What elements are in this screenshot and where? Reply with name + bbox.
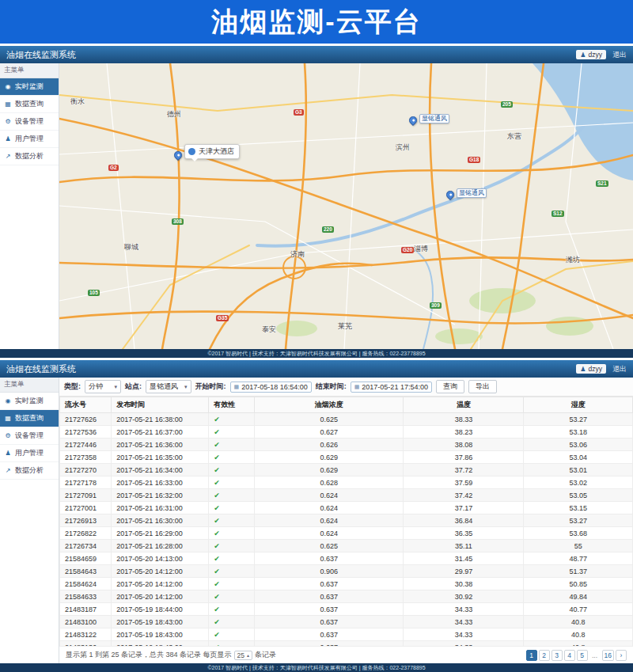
cell-concentration: 0.624	[255, 502, 404, 514]
cell-concentration: 0.637	[255, 590, 404, 603]
sidebar-item-device[interactable]: ⚙设备管理	[0, 427, 59, 445]
cell-concentration: 0.625	[255, 540, 404, 552]
check-icon: ✔	[214, 504, 220, 512]
table-row[interactable]: 215846332017-05-20 14:12:00✔0.63730.9249…	[60, 590, 633, 603]
table-row[interactable]: 217271782017-05-21 16:33:00✔0.62837.5953…	[60, 476, 633, 489]
map-tooltip[interactable]: 天津大酒店	[184, 144, 240, 159]
hotel-icon	[188, 148, 195, 155]
road-badge: 205	[501, 101, 513, 108]
cell-valid: ✔	[209, 590, 255, 603]
table-row[interactable]: 217270012017-05-21 16:31:00✔0.62437.1753…	[60, 502, 633, 514]
menu-header: 主菜单	[0, 63, 59, 78]
page-button-5[interactable]: 5	[577, 650, 588, 661]
type-select-value: 分钟	[89, 382, 103, 392]
table-row[interactable]: 214831872017-05-19 18:44:00✔0.63734.3340…	[60, 603, 633, 616]
cell-temperature: 29.97	[404, 565, 524, 578]
sidebar-item-user[interactable]: ♟用户管理	[0, 131, 59, 148]
header-right: ♟ dzyy 退出	[576, 364, 627, 374]
map-marker-icon[interactable]	[407, 115, 419, 126]
cell-valid: ✔	[209, 628, 255, 641]
realtime-icon: ◉	[4, 397, 12, 404]
table-row[interactable]: 217273582017-05-21 16:35:00✔0.62937.8653…	[60, 451, 633, 464]
query-button[interactable]: 查询	[436, 380, 464, 393]
body-row: 主菜单 ◉实时监测▦数据查询⚙设备管理♟用户管理↗数据分析 类型: 分钟 ▾ 站…	[0, 378, 633, 663]
station-select[interactable]: 显铭通风 ▾	[146, 380, 191, 393]
sidebar-item-analysis[interactable]: ↗数据分析	[0, 462, 59, 480]
table-row[interactable]: 217276262017-05-21 16:38:00✔0.62538.3353…	[60, 413, 633, 426]
page-button-3[interactable]: 3	[552, 650, 563, 661]
cell-concentration: 0.637	[255, 578, 404, 590]
end-time-value: 2017-05-21 17:54:00	[362, 383, 428, 391]
road-badge: G2	[108, 165, 119, 171]
cell-valid: ✔	[209, 426, 255, 439]
copyright-footer: ©2017 智易时代 | 技术支持：天津智易时代科技发展有限公司 | 服务热线：…	[0, 663, 633, 672]
sidebar-item-analysis[interactable]: ↗数据分析	[0, 148, 59, 165]
logout-link[interactable]: 退出	[612, 50, 627, 60]
cell-serial: 21584624	[60, 578, 112, 590]
user-chip[interactable]: ♟ dzyy	[576, 364, 606, 374]
user-chip[interactable]: ♟ dzyy	[576, 50, 606, 59]
map-marker-icon[interactable]	[445, 189, 456, 200]
sidebar-item-query[interactable]: ▦数据查询	[0, 410, 59, 427]
user-icon: ♟	[580, 366, 586, 373]
sidebar-item-query[interactable]: ▦数据查询	[0, 96, 59, 113]
export-button[interactable]: 导出	[468, 380, 497, 393]
end-time-input[interactable]: ▦ 2017-05-21 17:54:00	[351, 382, 432, 393]
table-row[interactable]: 215846432017-05-20 14:12:00✔0.90629.9751…	[60, 565, 633, 578]
table-row[interactable]: 214831222017-05-19 18:43:00✔0.63734.3340…	[60, 628, 633, 641]
menu-header: 主菜单	[0, 378, 59, 393]
map-canvas[interactable]: 衡水德州滨州东营济南淄博潍坊聊城泰安莱芜G2G3G18G20G352053082…	[59, 63, 633, 349]
page-size-select[interactable]: 25 ▴	[234, 651, 252, 660]
app-title: 油烟在线监测系统	[6, 49, 76, 61]
cell-concentration: 0.906	[255, 565, 404, 578]
cell-humidity: 51.37	[524, 565, 633, 578]
road-badge: 105	[88, 290, 100, 296]
logout-link[interactable]: 退出	[612, 364, 627, 374]
table-row[interactable]: 214831002017-05-19 18:43:00✔0.63734.3340…	[60, 616, 633, 628]
sidebar-item-label: 设备管理	[15, 431, 44, 441]
map-view-screenshot: 油烟在线监测系统 ♟ dzyy 退出 主菜单 ◉实时监测▦数据查询⚙设备管理♟用…	[0, 46, 633, 358]
table-row[interactable]: 217270912017-05-21 16:32:00✔0.62437.4253…	[60, 489, 633, 502]
calendar-icon: ▦	[354, 384, 360, 390]
table-row[interactable]: 217275362017-05-21 16:37:00✔0.62738.2353…	[60, 426, 633, 439]
marker-label: 显铭通风	[419, 114, 449, 123]
query-icon: ▦	[4, 101, 12, 108]
start-time-input[interactable]: ▦ 2017-05-18 16:54:00	[230, 382, 312, 393]
page-button-2[interactable]: 2	[539, 650, 550, 661]
city-label: 泰安	[262, 325, 276, 335]
type-select[interactable]: 分钟 ▾	[85, 380, 121, 393]
table-row[interactable]: 217267342017-05-21 16:28:00✔0.62535.1155	[60, 540, 633, 552]
table-row[interactable]: 215846592017-05-20 14:13:00✔0.63731.4548…	[60, 552, 633, 565]
sidebar-item-device[interactable]: ⚙设备管理	[0, 113, 59, 131]
map-marker-icon[interactable]	[172, 150, 184, 161]
table-row[interactable]: 217269132017-05-21 16:30:00✔0.62436.8453…	[60, 514, 633, 527]
cell-time: 2017-05-19 18:43:00	[112, 628, 209, 641]
cell-concentration: 0.637	[255, 552, 404, 565]
cell-humidity: 48.77	[524, 552, 633, 565]
table-row[interactable]: 215846242017-05-20 14:12:00✔0.63730.3850…	[60, 578, 633, 590]
chevron-down-icon: ▾	[114, 384, 117, 390]
table-row[interactable]: 217274462017-05-21 16:36:00✔0.62638.0853…	[60, 439, 633, 451]
cell-humidity: 53.04	[524, 451, 633, 464]
cell-temperature: 31.45	[404, 552, 524, 565]
sidebar-item-user[interactable]: ♟用户管理	[0, 445, 59, 462]
cell-valid: ✔	[209, 502, 255, 514]
page-button-16[interactable]: 16	[602, 650, 614, 661]
query-icon: ▦	[4, 415, 12, 422]
cell-humidity: 53.06	[524, 439, 633, 451]
cell-time: 2017-05-20 14:13:00	[112, 552, 209, 565]
cell-temperature: 36.84	[404, 514, 524, 527]
analysis-icon: ↗	[4, 153, 12, 160]
table-row[interactable]: 217272702017-05-21 16:34:00✔0.62937.7253…	[60, 464, 633, 476]
sidebar-item-realtime[interactable]: ◉实时监测	[0, 393, 59, 410]
next-page-button[interactable]: ›	[616, 650, 627, 661]
table-row[interactable]: 217268222017-05-21 16:29:00✔0.62436.3553…	[60, 527, 633, 540]
cell-humidity: 55	[524, 540, 633, 552]
page-button-4[interactable]: 4	[564, 650, 575, 661]
page-button-1[interactable]: 1	[526, 650, 537, 661]
cell-concentration: 0.637	[255, 616, 404, 628]
cell-serial: 21727091	[60, 489, 112, 502]
check-icon: ✔	[214, 618, 220, 626]
sidebar-item-realtime[interactable]: ◉实时监测	[0, 78, 59, 96]
summary-suffix: 条记录	[255, 650, 276, 660]
